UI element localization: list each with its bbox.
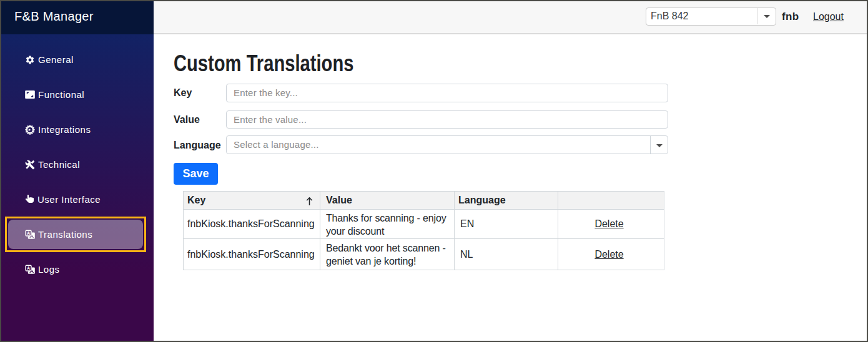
svg-text:A: A: [27, 231, 30, 235]
svg-text:A: A: [27, 266, 30, 270]
